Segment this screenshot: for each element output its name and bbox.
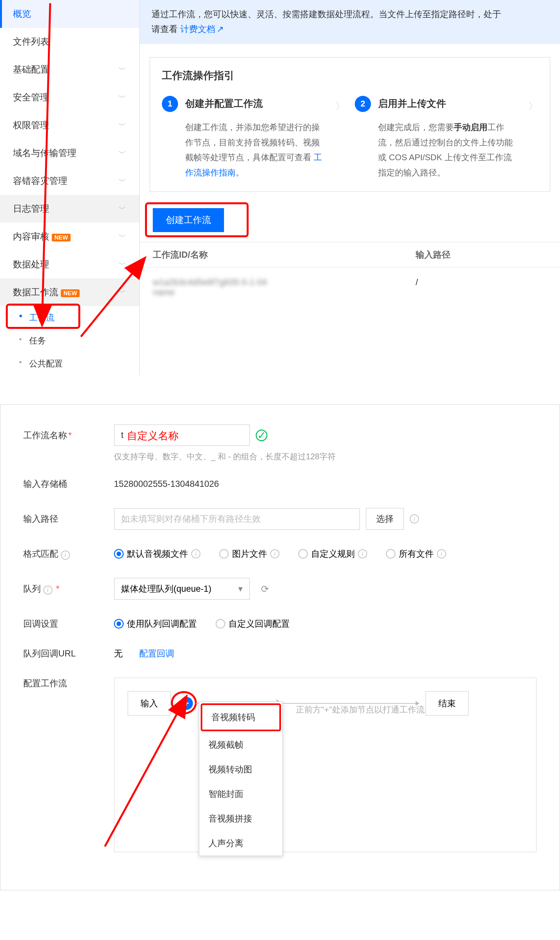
menu-item-voice-sep[interactable]: 人声分离 <box>199 831 282 855</box>
chevron-down-icon: ﹀ <box>118 92 126 103</box>
guide-step-1: 1 创建并配置工作流 创建工作流，并添加您希望进行的操作节点，目前支持音视频转码… <box>162 96 326 180</box>
guide-step-2: 2 启用并上传文件 创建完成后，您需要手动启用工作流，然后通过控制台的文件上传功… <box>355 96 518 180</box>
config-callback-link[interactable]: 配置回调 <box>139 648 174 659</box>
chevron-down-icon: ﹀ <box>118 231 126 242</box>
radio-all[interactable]: 所有文件 i <box>386 548 446 560</box>
workflow-name-input[interactable] <box>114 425 250 446</box>
billing-doc-link[interactable]: 计费文档 <box>180 24 215 34</box>
info-icon[interactable]: i <box>43 586 52 595</box>
table-col-path: 输入路径 <box>415 249 547 261</box>
sidebar-item-files[interactable]: 文件列表 <box>0 28 139 56</box>
info-icon[interactable]: i <box>191 549 200 558</box>
step-number-1: 1 <box>162 96 178 112</box>
wf-node-end: 结束 <box>425 691 469 716</box>
chevron-down-icon: ▾ <box>238 584 243 594</box>
svg-line-2 <box>105 698 186 846</box>
step-number-2: 2 <box>355 96 371 112</box>
guide-panel: 工作流操作指引 1 创建并配置工作流 创建工作流，并添加您希望进行的操作节点，目… <box>149 57 550 192</box>
table-col-id: 工作流ID/名称 <box>153 249 415 261</box>
main-content: 通过工作流，您可以快速、灵活、按需搭建数据处理流程。当文件上传至指定路径时，处于… <box>140 0 560 375</box>
reload-icon[interactable]: ⟳ <box>261 583 269 595</box>
table-row[interactable]: w1a2b3c4d5e6f7g835-5-1-04name / <box>140 268 560 314</box>
sidebar-sub-task[interactable]: 任务 <box>0 329 139 352</box>
highlight-plus-circle <box>171 691 197 714</box>
info-icon[interactable]: i <box>270 549 279 558</box>
label-config-workflow: 配置工作流 <box>23 677 114 689</box>
wf-hint-text: 正前方"+"处添加节点以打通工作流 <box>296 704 425 715</box>
label-workflow-name: 工作流名称* <box>23 429 114 441</box>
radio-default-av[interactable]: 默认音视频文件 i <box>114 548 200 560</box>
info-icon[interactable]: i <box>358 549 367 558</box>
highlight-create-button <box>145 202 249 237</box>
queue-select[interactable]: 媒体处理队列(queue-1)▾ <box>114 578 250 600</box>
chevron-down-icon: ﹀ <box>118 176 126 186</box>
chevron-down-icon: ﹀ <box>118 148 126 158</box>
label-callback-url: 队列回调URL <box>23 648 114 659</box>
node-type-menu: 音视频转码 视频截帧 视频转动图 智能封面 音视频拼接 人声分离 <box>199 702 283 856</box>
sidebar-item-data-proc[interactable]: 数据处理﹀ <box>0 251 139 278</box>
sidebar-item-fault[interactable]: 容错容灾管理﹀ <box>0 167 139 195</box>
external-link-icon: ↗ <box>217 24 224 34</box>
notice-banner: 通过工作流，您可以快速、灵活、按需搭建数据处理流程。当文件上传至指定路径时，处于… <box>140 0 560 44</box>
new-badge: NEW <box>61 289 80 297</box>
workflow-form: 工作流名称* 自定义名称 ✓ 仅支持字母、数字、中文、_ 和 - 的组合，长度不… <box>0 404 560 891</box>
radio-custom[interactable]: 自定义规则 i <box>298 548 367 560</box>
info-icon[interactable]: i <box>61 551 70 560</box>
chevron-down-icon: ﹀ <box>118 259 126 270</box>
menu-item-concat[interactable]: 音视频拼接 <box>199 806 282 831</box>
sidebar-item-permission[interactable]: 权限管理﹀ <box>0 111 139 139</box>
workflow-name-hint: 仅支持字母、数字、中文、_ 和 - 的组合，长度不超过128字符 <box>114 451 537 462</box>
chevron-down-icon: ﹀ <box>118 204 126 214</box>
menu-item-snapshot[interactable]: 视频截帧 <box>199 732 282 757</box>
workflow-canvas: 输入 + ⇄ 结束 正前方"+"处添加节点以打通工作流 音视频转码 视频截帧 <box>114 677 537 852</box>
sidebar: 概览 文件列表 基础配置﹀ 安全管理﹀ 权限管理﹀ 域名与传输管理﹀ 容错容灾管… <box>0 0 140 375</box>
sidebar-item-workflow-group[interactable]: 数据工作流NEW﹀ <box>0 278 139 306</box>
highlight-workflow-menu <box>6 304 80 329</box>
info-icon[interactable]: i <box>437 549 446 558</box>
sidebar-item-log[interactable]: 日志管理﹀ <box>0 195 139 223</box>
label-callback: 回调设置 <box>23 618 114 629</box>
label-queue: 队列 i * <box>23 583 114 595</box>
check-icon: ✓ <box>256 429 268 441</box>
menu-item-transcode[interactable]: 音视频转码 <box>201 703 281 731</box>
label-format: 格式匹配 i <box>23 548 114 560</box>
sidebar-item-security[interactable]: 安全管理﹀ <box>0 83 139 111</box>
chevron-right-icon: 〉 <box>335 100 345 113</box>
menu-item-smartcover[interactable]: 智能封面 <box>199 782 282 806</box>
radio-image[interactable]: 图片文件 i <box>219 548 279 560</box>
radio-use-queue-callback[interactable]: 使用队列回调配置 <box>114 618 197 629</box>
sidebar-item-overview[interactable]: 概览 <box>0 0 139 28</box>
input-path-field[interactable] <box>114 508 360 530</box>
new-badge: NEW <box>52 234 71 242</box>
label-bucket: 输入存储桶 <box>23 478 114 490</box>
table-header: 工作流ID/名称 输入路径 <box>140 242 560 268</box>
chevron-down-icon: ﹀ <box>118 120 126 131</box>
sidebar-sub-public[interactable]: 公共配置 <box>0 352 139 375</box>
guide-title: 工作流操作指引 <box>162 69 538 83</box>
label-input-path: 输入路径 <box>23 513 114 525</box>
sidebar-item-basic[interactable]: 基础配置﹀ <box>0 56 139 83</box>
chevron-down-icon: ﹀ <box>118 65 126 75</box>
chevron-right-icon: 〉 <box>528 100 538 113</box>
wf-node-input[interactable]: 输入 <box>128 691 171 716</box>
chevron-down-icon: ﹀ <box>118 287 126 297</box>
info-icon[interactable]: i <box>410 514 419 523</box>
radio-custom-callback[interactable]: 自定义回调配置 <box>215 618 290 629</box>
bucket-value: 15280002555-1304841026 <box>114 479 219 489</box>
sidebar-item-audit[interactable]: 内容审核NEW﹀ <box>0 223 139 251</box>
select-path-button[interactable]: 选择 <box>366 508 404 530</box>
sidebar-item-domain[interactable]: 域名与传输管理﹀ <box>0 139 139 167</box>
menu-item-animation[interactable]: 视频转动图 <box>199 757 282 782</box>
